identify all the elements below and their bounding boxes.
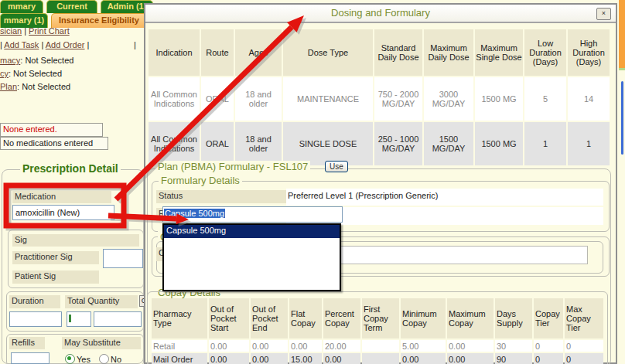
agency-status-line: cy: Not Selected xyxy=(0,69,62,78)
use-button[interactable]: Use xyxy=(325,161,348,172)
table-row: Retail 0.00 0.00 0.00 20.00 5.00 0.00 30… xyxy=(152,340,603,352)
duration-input[interactable] xyxy=(9,311,62,327)
combobox-selected-text: Capsule 500mg xyxy=(164,209,225,218)
column-header: Route xyxy=(201,29,234,76)
dosing-header-row: Indication Route Ages Dose Type Standard… xyxy=(149,29,610,76)
print-chart-link[interactable]: Print Chart xyxy=(29,26,70,36)
yes-radio-label: Yes xyxy=(77,355,91,364)
dosing-formulary-window: Dosing and Formulary × Indication Route … xyxy=(144,3,617,364)
column-header: Out of Pocket Start xyxy=(209,298,249,338)
tab-current[interactable]: Current xyxy=(46,0,97,13)
tab-summary-top[interactable]: mmary xyxy=(0,0,43,13)
scrollbar-thumb[interactable] xyxy=(621,81,623,155)
cell: 15.00 xyxy=(289,353,322,364)
orange-panel-edge xyxy=(619,0,625,68)
physician-link[interactable]: sician xyxy=(0,26,22,36)
yes-radio[interactable] xyxy=(65,354,75,364)
cell: Mail Order xyxy=(152,353,207,364)
plan-formulary-legend: Plan (PBMA) Formulary - FSL107 xyxy=(155,161,310,172)
pharmacy-link[interactable]: macy xyxy=(0,56,20,65)
drug-form-combobox[interactable]: Capsule 500mg xyxy=(162,206,343,223)
table-row: All Common Indications ORAL 18 and older… xyxy=(149,77,610,121)
cell: 1500 MG/DAY xyxy=(424,122,473,165)
cell: 0 xyxy=(534,340,563,352)
cell: SINGLE DOSE xyxy=(283,122,373,165)
cell: 1500 MG xyxy=(475,122,523,165)
cell: 0.00 xyxy=(209,340,249,352)
status-value: : Not Selected xyxy=(9,69,62,78)
medication-input[interactable]: amoxicillin (New) xyxy=(12,205,114,220)
nav-line-2: | Add Task | Add Order | xyxy=(0,40,89,49)
status-value: Preferred Level 1 (Prescription Generic) xyxy=(286,189,603,206)
status-label: Status xyxy=(156,190,286,203)
total-quantity-label: Total Quantity xyxy=(65,295,138,308)
cell: ORAL xyxy=(201,122,234,165)
window-titlebar[interactable]: Dosing and Formulary × xyxy=(145,5,616,23)
cell: 0 xyxy=(565,340,603,352)
sig-label: Sig xyxy=(12,234,139,247)
cell: 90 xyxy=(495,353,532,364)
cell: 5.00 xyxy=(401,340,446,352)
practitioner-sig-input[interactable] xyxy=(103,249,143,268)
plan-link[interactable]: Plan xyxy=(0,82,17,91)
patient-sig-label: Patient Sig xyxy=(12,270,99,284)
duration-label: Duration xyxy=(9,295,60,308)
cell: 20.00 xyxy=(323,340,360,352)
cell: 0.00 xyxy=(289,340,322,352)
no-radio-label: No xyxy=(111,355,121,364)
column-header: Maximum Single Dose xyxy=(475,29,523,76)
medication-label: Medication xyxy=(12,191,111,203)
cell: 0.00 xyxy=(209,353,249,364)
close-icon[interactable]: × xyxy=(596,8,611,20)
add-order-link[interactable]: Add Order xyxy=(46,40,85,49)
column-header: Standard Daily Dose xyxy=(374,29,422,76)
nav-line-1: sician | Print Chart xyxy=(0,26,70,36)
formulary-details-legend: Formulary Details xyxy=(159,175,242,186)
dosing-table: Indication Route Ages Dose Type Standard… xyxy=(147,28,611,167)
nav-separator: | xyxy=(22,26,29,36)
copay-table: Pharmacy Type Out of Pocket Start Out of… xyxy=(150,297,605,364)
cell xyxy=(362,340,399,352)
add-task-link[interactable]: Add Task xyxy=(4,40,39,49)
cell: 0.00 xyxy=(447,340,494,352)
cell: 3000 MG/DAY xyxy=(424,77,473,121)
plan-status-line: Plan: Not Selected xyxy=(0,82,70,91)
may-substitute-label: May Substitute xyxy=(62,337,141,349)
column-header: First Copay Term xyxy=(362,298,399,338)
column-header: Dose Type xyxy=(283,29,373,76)
agency-link[interactable]: cy xyxy=(0,69,9,78)
status-value: : Not Selected xyxy=(17,82,70,91)
refills-input[interactable] xyxy=(11,352,50,364)
nav-separator: | xyxy=(85,40,90,49)
drug-form-listbox[interactable]: Capsule 500mg xyxy=(162,223,341,291)
cell: 0.00 xyxy=(323,353,360,364)
cell xyxy=(362,353,399,364)
window-title: Dosing and Formulary xyxy=(145,5,616,22)
cell: MAINTENANCE xyxy=(283,77,373,121)
cell: 30 xyxy=(495,340,532,352)
cell: 250 - 1000 MG/DAY xyxy=(374,122,422,165)
cell: ORAL xyxy=(201,77,234,121)
status-value: : Not Selected xyxy=(20,56,73,65)
column-header: Max Copay Tier xyxy=(565,298,603,338)
prescription-detail-legend: Prescription Detail xyxy=(20,162,121,175)
cell: All Common Indications xyxy=(149,77,200,121)
cell: 0.00 xyxy=(447,353,494,364)
column-header: Maximum Daily Dose xyxy=(424,29,473,76)
total-quantity-input-2[interactable] xyxy=(94,311,142,327)
list-item[interactable]: Capsule 500mg xyxy=(164,225,340,238)
page-right-edge xyxy=(619,0,625,364)
column-header: Pharmacy Type xyxy=(152,298,207,338)
cell: 14 xyxy=(568,77,610,121)
nav-separator: | xyxy=(39,40,45,49)
cell: 1 xyxy=(524,122,566,165)
column-header: Minimum Copay xyxy=(401,298,446,338)
pharmacy-status-line: macy: Not Selected xyxy=(0,56,73,65)
column-header: Ages xyxy=(235,29,282,76)
cell: 0 xyxy=(565,353,603,364)
column-header: Days Supply xyxy=(495,298,532,338)
nav-extra-pipe: | xyxy=(134,40,136,49)
column-header: Copay Tier xyxy=(534,298,563,338)
cell: 18 and older xyxy=(235,122,282,165)
no-radio[interactable] xyxy=(99,354,109,364)
